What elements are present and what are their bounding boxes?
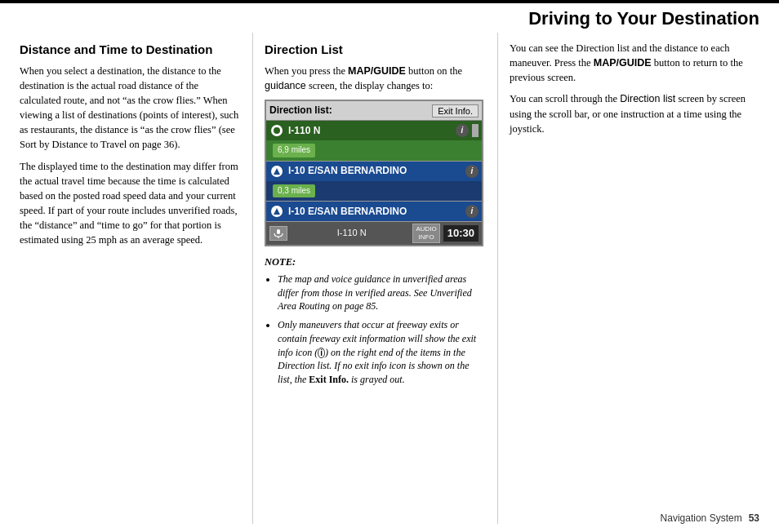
svg-rect-3 [277, 229, 280, 234]
audio-info-button[interactable]: AUDIOINFO [412, 224, 439, 242]
mid-intro: When you press the MAP/GUIDE button on t… [265, 64, 486, 93]
route-item-3: I‑10 E/SAN BERNARDINO i [266, 202, 482, 222]
notes-list: The map and voice guidance in unverified… [265, 273, 486, 387]
right-paragraph-1: You can see the Direction list and the d… [510, 41, 759, 85]
page-title: Driving to Your Destination [20, 8, 759, 29]
route-label-2: I‑10 E/SAN BERNARDINO [288, 164, 465, 178]
route-icon-1 [269, 123, 284, 138]
screen-header-label: Direction list: [269, 104, 432, 117]
note-item-1: The map and voice guidance in unverified… [278, 273, 486, 313]
footer-page-number: 53 [749, 512, 759, 524]
left-column: Distance and Time to Destination When yo… [0, 33, 253, 524]
screen-bottom-label: I-110 N [291, 227, 412, 240]
route-item-1: I‑110 N i 6,9 miles [266, 121, 482, 162]
screen-time: 10:30 [443, 225, 479, 242]
svg-point-0 [274, 127, 280, 134]
route-main-1: I‑110 N i [266, 121, 482, 140]
note-label: NOTE: [265, 256, 296, 268]
route-dist-row-2: 0,3 miles [266, 181, 482, 202]
info-icon-3: i [465, 205, 479, 218]
voice-icon [269, 226, 287, 241]
page-footer: Navigation System 53 [661, 512, 759, 524]
screen-header: Direction list: Exit Info. [266, 101, 482, 121]
route-icon-2 [269, 164, 284, 179]
route-dist-2: 0,3 miles [273, 184, 315, 198]
right-column: You can see the Direction list and the d… [498, 33, 779, 524]
left-paragraph-2: The displayed time to the destination ma… [20, 159, 239, 248]
route-dist-1: 6,9 miles [273, 144, 315, 157]
note-section: NOTE: The map and voice guidance in unve… [265, 255, 486, 388]
exit-info-button[interactable]: Exit Info. [432, 104, 479, 117]
screen-bottom-bar: I-110 N AUDIOINFO 10:30 [266, 222, 482, 244]
svg-marker-2 [274, 208, 280, 215]
main-content: Distance and Time to Destination When yo… [0, 33, 779, 524]
route-main-3: I‑10 E/SAN BERNARDINO i [266, 202, 482, 221]
mid-section-title: Direction List [265, 41, 486, 59]
left-paragraph-1: When you select a destination, the dista… [20, 64, 239, 153]
footer-nav-label: Navigation System [661, 512, 742, 524]
route-icon-3 [269, 204, 284, 219]
page-header: Driving to Your Destination [0, 2, 779, 33]
left-section-title: Distance and Time to Destination [20, 41, 239, 59]
info-icon-2: i [465, 165, 479, 178]
info-icon-1: i [456, 124, 469, 137]
route-dist-row-1: 6,9 miles [266, 140, 482, 161]
middle-column: Direction List When you press the MAP/GU… [253, 33, 498, 524]
note-item-2: Only maneuvers that occur at freeway exi… [278, 318, 486, 387]
svg-marker-1 [274, 168, 280, 175]
route-main-2: I‑10 E/SAN BERNARDINO i [266, 162, 482, 181]
route-label-3: I‑10 E/SAN BERNARDINO [288, 205, 465, 219]
route-item-2: I‑10 E/SAN BERNARDINO i 0,3 miles [266, 162, 482, 202]
screen-content: I‑110 N i 6,9 miles [266, 121, 482, 244]
direction-list-screen: Direction list: Exit Info. I‑110 N i [265, 100, 483, 246]
right-paragraph-2: You can scroll through the Direction lis… [510, 91, 759, 135]
route-label-1: I‑110 N [288, 124, 456, 138]
